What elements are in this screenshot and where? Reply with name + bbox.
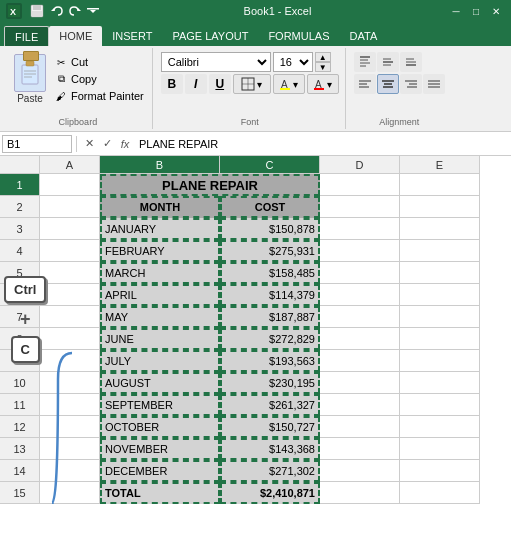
tab-home[interactable]: HOME: [49, 26, 102, 46]
row-num-10[interactable]: 10: [0, 372, 40, 394]
customize-icon[interactable]: [86, 4, 100, 18]
row-num-2[interactable]: 2: [0, 196, 40, 218]
cell-c5[interactable]: $158,485: [220, 262, 320, 284]
bold-button[interactable]: B: [161, 74, 183, 94]
cell-a1[interactable]: [40, 174, 100, 196]
decrease-font-button[interactable]: ▼: [315, 62, 331, 72]
cell-c10[interactable]: $230,195: [220, 372, 320, 394]
cell-a10[interactable]: [40, 372, 100, 394]
cell-a4[interactable]: [40, 240, 100, 262]
tab-data[interactable]: DATA: [340, 26, 388, 46]
align-middle-button[interactable]: [377, 52, 399, 72]
cell-a5[interactable]: [40, 262, 100, 284]
border-button[interactable]: ▾: [233, 74, 271, 94]
cell-e10[interactable]: [400, 372, 480, 394]
cell-e3[interactable]: [400, 218, 480, 240]
cell-e8[interactable]: [400, 328, 480, 350]
align-bottom-button[interactable]: [400, 52, 422, 72]
cell-e1[interactable]: [400, 174, 480, 196]
confirm-formula-button[interactable]: ✓: [99, 136, 115, 152]
underline-button[interactable]: U: [209, 74, 231, 94]
cell-a3[interactable]: [40, 218, 100, 240]
justify-button[interactable]: [423, 74, 445, 94]
cell-d11[interactable]: [320, 394, 400, 416]
col-header-a[interactable]: A: [40, 156, 100, 174]
border-dropdown[interactable]: ▾: [257, 79, 262, 90]
tab-insert[interactable]: INSERT: [102, 26, 162, 46]
cell-e2[interactable]: [400, 196, 480, 218]
cell-d9[interactable]: [320, 350, 400, 372]
cell-d5[interactable]: [320, 262, 400, 284]
cell-c9[interactable]: $193,563: [220, 350, 320, 372]
cell-d3[interactable]: [320, 218, 400, 240]
row-num-11[interactable]: 11: [0, 394, 40, 416]
cell-b7[interactable]: MAY: [100, 306, 220, 328]
cell-e15[interactable]: [400, 482, 480, 504]
align-top-button[interactable]: [354, 52, 376, 72]
font-color-button[interactable]: A ▾: [307, 74, 339, 94]
copy-button[interactable]: ⧉ Copy: [52, 71, 146, 87]
cell-d2[interactable]: [320, 196, 400, 218]
row-num-12[interactable]: 12: [0, 416, 40, 438]
format-painter-button[interactable]: 🖌 Format Painter: [52, 88, 146, 104]
cell-e13[interactable]: [400, 438, 480, 460]
cell-c13[interactable]: $143,368: [220, 438, 320, 460]
window-controls[interactable]: ─ □ ✕: [447, 4, 505, 18]
cell-b11[interactable]: SEPTEMBER: [100, 394, 220, 416]
cell-c4[interactable]: $275,931: [220, 240, 320, 262]
fill-dropdown[interactable]: ▾: [293, 79, 298, 90]
cell-d1[interactable]: [320, 174, 400, 196]
cell-b9[interactable]: JULY: [100, 350, 220, 372]
cell-d10[interactable]: [320, 372, 400, 394]
font-color-dropdown[interactable]: ▾: [327, 79, 332, 90]
row-num-14[interactable]: 14: [0, 460, 40, 482]
col-header-d[interactable]: D: [320, 156, 400, 174]
cell-c2[interactable]: COST: [220, 196, 320, 218]
restore-button[interactable]: □: [467, 4, 485, 18]
cell-c7[interactable]: $187,887: [220, 306, 320, 328]
tab-file[interactable]: FILE: [4, 26, 49, 46]
align-left-button[interactable]: [354, 74, 376, 94]
col-header-e[interactable]: E: [400, 156, 480, 174]
cell-a12[interactable]: [40, 416, 100, 438]
tab-page-layout[interactable]: PAGE LAYOUT: [162, 26, 258, 46]
cell-d13[interactable]: [320, 438, 400, 460]
cell-a14[interactable]: [40, 460, 100, 482]
cell-a9[interactable]: [40, 350, 100, 372]
fill-color-button[interactable]: A ▾: [273, 74, 305, 94]
cell-a15[interactable]: [40, 482, 100, 504]
cell-d14[interactable]: [320, 460, 400, 482]
cell-c6[interactable]: $114,379: [220, 284, 320, 306]
cancel-formula-button[interactable]: ✕: [81, 136, 97, 152]
tab-formulas[interactable]: FORMULAS: [258, 26, 339, 46]
row-num-15[interactable]: 15: [0, 482, 40, 504]
cell-a7[interactable]: [40, 306, 100, 328]
cell-d4[interactable]: [320, 240, 400, 262]
cell-e5[interactable]: [400, 262, 480, 284]
formula-input[interactable]: [135, 135, 509, 153]
cell-b10[interactable]: AUGUST: [100, 372, 220, 394]
cell-e11[interactable]: [400, 394, 480, 416]
cut-button[interactable]: ✂ Cut: [52, 54, 146, 70]
cell-d8[interactable]: [320, 328, 400, 350]
cell-b8[interactable]: JUNE: [100, 328, 220, 350]
insert-function-button[interactable]: fx: [117, 136, 133, 152]
cell-d7[interactable]: [320, 306, 400, 328]
row-num-1[interactable]: 1: [0, 174, 40, 196]
cell-b3[interactable]: JANUARY: [100, 218, 220, 240]
cell-c14[interactable]: $271,302: [220, 460, 320, 482]
cell-b13[interactable]: NOVEMBER: [100, 438, 220, 460]
col-header-b[interactable]: B: [100, 156, 220, 174]
save-icon[interactable]: [30, 4, 44, 18]
cell-b15[interactable]: TOTAL: [100, 482, 220, 504]
row-num-13[interactable]: 13: [0, 438, 40, 460]
cell-c8[interactable]: $272,829: [220, 328, 320, 350]
cell-a13[interactable]: [40, 438, 100, 460]
minimize-button[interactable]: ─: [447, 4, 465, 18]
col-header-c[interactable]: C: [220, 156, 320, 174]
cell-e4[interactable]: [400, 240, 480, 262]
cell-b4[interactable]: FEBRUARY: [100, 240, 220, 262]
cell-b1[interactable]: PLANE REPAIR: [100, 174, 320, 196]
cell-b6[interactable]: APRIL: [100, 284, 220, 306]
font-size-selector[interactable]: 16: [273, 52, 313, 72]
